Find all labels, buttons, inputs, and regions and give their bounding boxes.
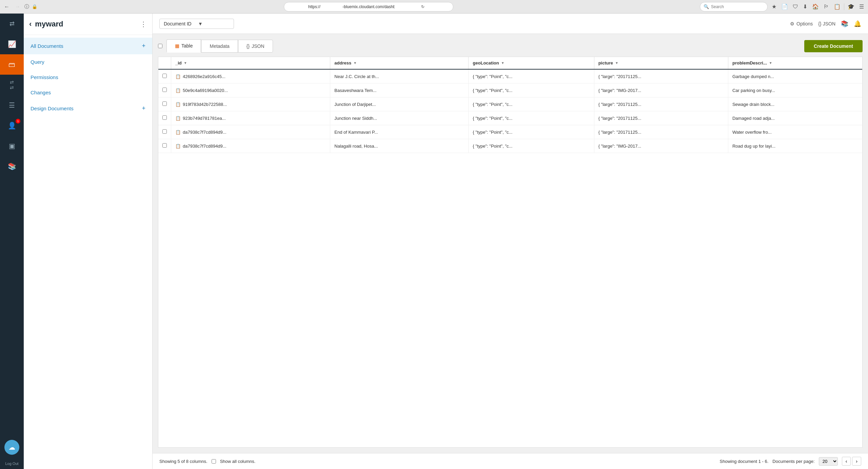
row-id-cell: 📋919f783d42b722588... — [171, 97, 330, 111]
shield-icon[interactable]: 🛡 — [791, 3, 800, 11]
top-bar: Document ID ▼ ⚙ Options {} JSON 📚 🔔 — [153, 14, 868, 34]
sidebar-item-design-documents[interactable]: Design Documents + — [24, 100, 152, 117]
tab-table[interactable]: ▦ Table — [166, 39, 201, 53]
copy-icon-3[interactable]: 📋 — [175, 116, 181, 121]
logout-button[interactable]: Log Out — [2, 458, 22, 469]
row-checkbox-2[interactable] — [162, 101, 167, 106]
row-id-cell: 📋4268926e2a916c45... — [171, 69, 330, 83]
url-main: -bluemix.cloudant.com/dashboard.html#dat… — [342, 4, 395, 9]
sidebar-back-button[interactable]: ‹ — [29, 20, 32, 29]
header-checkbox-col — [158, 57, 171, 69]
row-address-cell: Junction near Siddh... — [330, 111, 469, 125]
row-problem-cell: Damaged road adja... — [728, 111, 862, 125]
copy-icon-2[interactable]: 📋 — [175, 102, 181, 107]
header-id[interactable]: _id ▼ — [171, 57, 330, 69]
header-picture[interactable]: picture ▼ — [594, 57, 728, 69]
row-problem-cell: Water overflow fro... — [728, 125, 862, 139]
table-row: 📋50e9c4a69196a0020... Basaveshwara Tem..… — [158, 83, 862, 97]
address-sort-icon[interactable]: ▼ — [353, 61, 357, 65]
user-avatar[interactable]: ☁ — [4, 440, 19, 455]
sidebar-item-query[interactable]: Query — [24, 54, 152, 70]
tab-json[interactable]: {} JSON — [238, 40, 273, 53]
home-icon[interactable]: 🏠 — [811, 3, 820, 11]
rail-icon-back[interactable]: ⇄ — [0, 14, 24, 34]
tab-metadata[interactable]: Metadata — [201, 40, 238, 53]
download-icon[interactable]: ⬇ — [802, 3, 809, 11]
header-problem-descri[interactable]: problemDescri... ▼ — [728, 57, 862, 69]
search-icon: 🔍 — [704, 4, 709, 9]
next-page-button[interactable]: › — [852, 457, 861, 466]
rail-icon-list[interactable]: ☰ — [0, 95, 24, 115]
showing-docs-text: Showing document 1 - 6. — [720, 459, 769, 464]
row-address-cell: Near J.C. Circle at th... — [330, 69, 469, 83]
bell-icon[interactable]: 🔔 — [854, 20, 861, 27]
main-content: Document ID ▼ ⚙ Options {} JSON 📚 🔔 — [153, 14, 868, 469]
showing-columns-text: Showing 5 of 8 columns. — [159, 459, 208, 464]
add-all-docs-icon[interactable]: + — [142, 42, 145, 50]
sidebar-item-all-documents[interactable]: All Documents + — [24, 38, 152, 54]
rail-icon-help[interactable]: ▣ — [0, 136, 24, 156]
row-checkbox-0[interactable] — [162, 74, 167, 78]
row-address-cell: Basaveshwara Tem... — [330, 83, 469, 97]
reader-icon[interactable]: 📄 — [780, 3, 789, 11]
row-checkbox-cell — [158, 83, 171, 97]
browser-search[interactable]: 🔍 — [700, 2, 768, 12]
problem-sort-icon[interactable]: ▼ — [769, 61, 772, 65]
options-label: Options — [796, 21, 813, 26]
more-options-button[interactable]: ⋮ — [140, 20, 147, 28]
search-input[interactable] — [711, 4, 764, 9]
database-title: myward — [35, 20, 137, 29]
row-checkbox-1[interactable] — [162, 88, 167, 92]
header-geolocation[interactable]: geoLocation ▼ — [469, 57, 594, 69]
header-address[interactable]: address ▼ — [330, 57, 469, 69]
address-col-label: address — [334, 60, 351, 65]
star-icon[interactable]: ★ — [770, 3, 778, 11]
sidebar-item-permissions[interactable]: Permissions — [24, 70, 152, 85]
copy-icon-1[interactable]: 📋 — [175, 88, 181, 93]
refresh-icon[interactable]: ↻ — [397, 4, 449, 9]
sidebar-item-changes[interactable]: Changes — [24, 85, 152, 100]
row-id-cell: 📋923b749d781781ea... — [171, 111, 330, 125]
prev-page-button[interactable]: ‹ — [842, 457, 851, 466]
document-id-select[interactable]: Document ID ▼ — [159, 19, 234, 29]
json-button[interactable]: {} JSON — [818, 21, 835, 26]
forward-button[interactable]: → — [14, 3, 22, 11]
copy-icon-0[interactable]: 📋 — [175, 74, 181, 79]
rail-icon-user[interactable]: 👤 1 — [0, 115, 24, 136]
row-checkbox-cell — [158, 69, 171, 83]
select-all-checkbox[interactable] — [158, 44, 162, 48]
rail-icon-book[interactable]: 📚 — [0, 156, 24, 176]
firefox-icon[interactable]: 🏳 — [822, 3, 830, 11]
clipboard-icon[interactable]: 📋 — [832, 3, 842, 11]
row-checkbox-5[interactable] — [162, 143, 167, 148]
row-checkbox-cell — [158, 111, 171, 125]
geolocation-col-label: geoLocation — [473, 60, 499, 65]
table-container: _id ▼ address ▼ — [158, 57, 863, 448]
content-area: ▦ Table Metadata {} JSON Create Document — [153, 34, 868, 453]
copy-icon-5[interactable]: 📋 — [175, 144, 181, 149]
copy-icon-4[interactable]: 📋 — [175, 130, 181, 135]
options-button[interactable]: ⚙ Options — [790, 21, 813, 26]
geolocation-sort-icon[interactable]: ▼ — [501, 61, 505, 65]
row-checkbox-3[interactable] — [162, 115, 167, 120]
row-problem-cell: Sewage drain block... — [728, 97, 862, 111]
address-bar[interactable]: https:// -bluemix.cloudant.com/dashboard… — [284, 2, 453, 12]
show-all-checkbox[interactable] — [212, 459, 216, 464]
rail-icon-database[interactable]: 🗃 — [0, 54, 24, 75]
row-checkbox-4[interactable] — [162, 129, 167, 134]
book-icon[interactable]: 📚 — [841, 20, 848, 27]
add-design-docs-icon[interactable]: + — [142, 105, 145, 112]
rail-icon-analytics[interactable]: 📈 — [0, 34, 24, 54]
create-document-button[interactable]: Create Document — [804, 40, 863, 52]
row-geolocation-cell: { "type": "Point", "c... — [469, 97, 594, 111]
menu-icon[interactable]: ☰ — [858, 3, 865, 11]
query-label: Query — [31, 59, 44, 65]
pagination-buttons: ‹ › — [842, 457, 861, 466]
id-col-label: _id — [175, 60, 182, 65]
back-button[interactable]: ← — [3, 3, 11, 11]
per-page-select[interactable]: 20 50 100 — [819, 457, 838, 466]
picture-sort-icon[interactable]: ▼ — [615, 61, 618, 65]
id-sort-icon[interactable]: ▼ — [184, 61, 187, 65]
extension-icon[interactable]: 🎓 — [846, 3, 856, 11]
rail-icon-replication[interactable]: ⇄⇄ — [0, 75, 24, 95]
